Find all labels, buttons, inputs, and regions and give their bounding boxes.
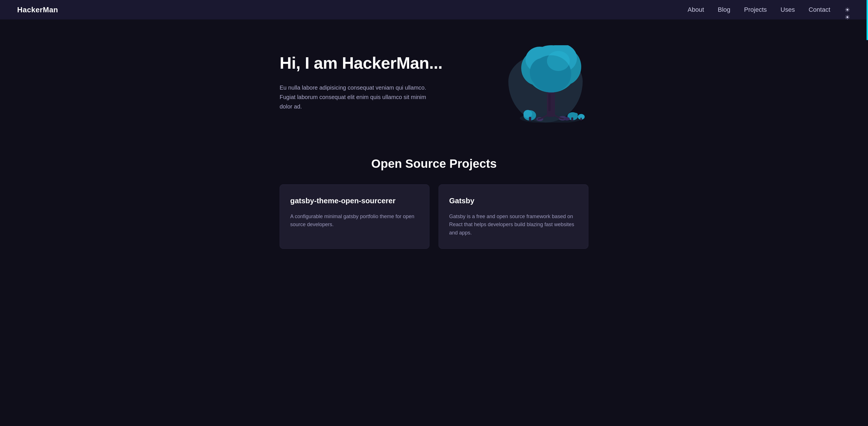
main-content: Hi, I am HackerMan... Eu nulla labore ad… <box>0 20 868 260</box>
projects-section: Open Source Projects gatsby-theme-open-s… <box>262 140 606 260</box>
nav-brand[interactable]: HackerMan <box>17 5 58 14</box>
svg-rect-1 <box>547 91 555 117</box>
projects-section-title: Open Source Projects <box>280 157 588 171</box>
nav-link-about[interactable]: About <box>688 6 704 13</box>
project-card-1[interactable]: gatsby-theme-open-sourcerer A configurab… <box>280 184 429 249</box>
svg-point-23 <box>532 114 536 116</box>
navbar: HackerMan About Blog Projects Uses Conta… <box>0 0 868 20</box>
nav-item-about[interactable]: About <box>688 6 704 13</box>
hero-illustration <box>503 42 588 122</box>
projects-grid: gatsby-theme-open-sourcerer A configurab… <box>280 184 588 249</box>
svg-point-13 <box>524 110 532 118</box>
nav-item-uses[interactable]: Uses <box>780 6 795 13</box>
theme-toggle-button[interactable]: ☀ <box>844 6 851 13</box>
nav-link-blog[interactable]: Blog <box>718 6 731 13</box>
svg-rect-18 <box>580 118 582 120</box>
nav-links: About Blog Projects Uses Contact <box>688 6 830 13</box>
svg-rect-2 <box>548 94 551 111</box>
nav-item-projects[interactable]: Projects <box>744 6 767 13</box>
hero-content: Hi, I am HackerMan... Eu nulla labore ad… <box>280 54 442 111</box>
svg-point-20 <box>564 117 570 120</box>
nav-item-blog[interactable]: Blog <box>718 6 731 13</box>
nav-link-uses[interactable]: Uses <box>780 6 795 13</box>
project-title-2: Gatsby <box>449 196 578 205</box>
project-description-2: Gatsby is a free and open source framewo… <box>449 212 578 237</box>
hero-title: Hi, I am HackerMan... <box>280 54 442 73</box>
hero-description: Eu nulla labore adipisicing consequat ve… <box>280 83 428 111</box>
hero-section: Hi, I am HackerMan... Eu nulla labore ad… <box>262 20 606 140</box>
project-card-2[interactable]: Gatsby Gatsby is a free and open source … <box>439 184 588 249</box>
svg-point-22 <box>573 113 578 116</box>
project-title-1: gatsby-theme-open-sourcerer <box>290 196 419 205</box>
nav-item-contact[interactable]: Contact <box>809 6 830 13</box>
nav-link-contact[interactable]: Contact <box>809 6 830 13</box>
svg-rect-16 <box>571 117 573 121</box>
svg-rect-14 <box>529 117 531 121</box>
tree-illustration <box>514 45 588 122</box>
scroll-indicator <box>867 0 868 40</box>
sun-icon: ☀ <box>844 6 851 13</box>
project-description-1: A configurable minimal gatsby portfolio … <box>290 212 419 229</box>
svg-point-11 <box>547 51 570 71</box>
nav-link-projects[interactable]: Projects <box>744 6 767 13</box>
